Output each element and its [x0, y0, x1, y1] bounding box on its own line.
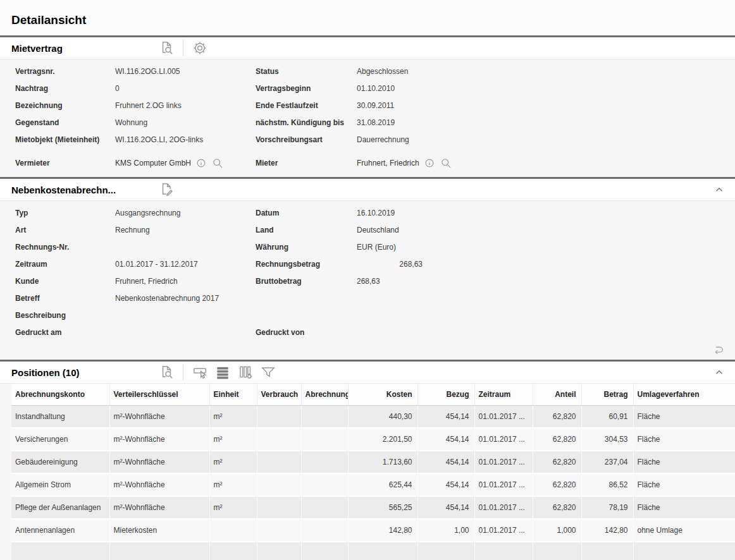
table-cell: m²-Wohnfläche [109, 473, 209, 496]
preview-document-icon[interactable] [158, 40, 175, 56]
field-value: 31.08.2019 [357, 118, 735, 127]
table-cell: Fläche [633, 496, 735, 519]
table-row[interactable]: Instandhaltungm²-Wohnflächem²440,30454,1… [11, 406, 735, 429]
table-cell [209, 542, 257, 560]
search-icon[interactable] [211, 157, 224, 169]
table-row[interactable]: Pflege der Außenanlagenm²-Wohnflächem²56… [11, 496, 735, 519]
filter-icon[interactable] [260, 364, 276, 380]
field-label: Vertragsbeginn [256, 84, 357, 93]
field-row: Vertragsnr.WI.116.2OG.LI.005 [0, 63, 240, 80]
table-cell: 62,820 [533, 451, 581, 473]
mieter-field: Mieter Fruhnert, Friedrich [240, 157, 735, 169]
section-mietvertrag: Mietvertrag Vertragsnr.WI.116.2OG.LI.005… [0, 35, 735, 177]
info-icon[interactable] [195, 157, 207, 169]
search-icon[interactable] [440, 157, 452, 169]
field-label: Rechnungsbetrag [256, 260, 357, 269]
table-cell: 78,19 [581, 496, 633, 519]
field-label: Beschreibung [15, 311, 115, 320]
field-row: Vertragsbeginn01.10.2010 [240, 80, 735, 97]
field-label: Status [256, 67, 357, 76]
field-value: 01.01.2017 - 31.12.2017 [115, 260, 240, 269]
table-row[interactable]: Gebäudereinigungm²-Wohnflächem²1.713,604… [11, 451, 735, 473]
edit-document-icon[interactable] [158, 181, 175, 198]
field-label: Gedruckt von [256, 328, 357, 337]
table-row-partial[interactable] [11, 542, 735, 560]
table-cell: 237,04 [581, 451, 633, 473]
column-header[interactable]: Bezug [417, 384, 474, 406]
field-label: nächstm. Kündigung bis [256, 118, 357, 127]
field-value: Nebenkostenabrechnung 2017 [115, 294, 240, 303]
column-header[interactable]: Abrechnungs... [301, 384, 348, 406]
page-title: Detailansicht [0, 0, 735, 35]
field-value: 268,63 [357, 277, 735, 286]
table-cell: Pflege der Außenanlagen [11, 496, 109, 519]
column-settings-icon[interactable] [237, 364, 254, 380]
mietvertrag-fields-right: StatusAbgeschlossenVertragsbeginn01.10.2… [240, 63, 735, 148]
column-header[interactable]: Abrechnungskonto [11, 384, 109, 406]
section-positionen: Positionen (10) AbrechnungskontoVerteile… [0, 360, 735, 560]
field-label: Kunde [15, 277, 115, 286]
table-cell: 86,52 [581, 473, 633, 496]
vermieter-value: KMS Computer GmbH [115, 159, 191, 167]
field-label: Gedruckt am [15, 328, 115, 337]
field-value: 30.09.2011 [357, 101, 735, 110]
column-header[interactable]: Kosten [348, 384, 417, 406]
column-header[interactable]: Zeitraum [474, 384, 533, 406]
preview-document-icon[interactable] [158, 364, 175, 380]
column-header[interactable]: Anteil [533, 384, 581, 406]
field-label: Bruttobetrag [256, 277, 357, 286]
table-cell: Fläche [633, 428, 735, 451]
column-header[interactable]: Verbrauch [257, 384, 301, 406]
table-cell: m²-Wohnfläche [109, 496, 209, 519]
table-row[interactable]: Allgemein Stromm²-Wohnflächem²625,44454,… [11, 473, 735, 496]
table-cell: 62,820 [533, 496, 581, 519]
undo-arrow-icon[interactable] [711, 342, 725, 356]
field-row: Gedruckt von [240, 324, 735, 341]
column-header[interactable]: Betrag [581, 384, 633, 406]
table-cell [417, 542, 474, 560]
column-header[interactable]: Verteilerschlüssel [109, 384, 209, 406]
column-header[interactable]: Einheit [209, 384, 257, 406]
table-cell: 62,820 [533, 473, 581, 496]
field-row: StatusAbgeschlossen [240, 63, 735, 80]
table-cell [348, 542, 417, 560]
field-label: Vorschreibungsart [256, 135, 357, 144]
field-row: Bruttobetrag268,63 [240, 272, 735, 289]
field-row [240, 289, 735, 307]
info-icon[interactable] [423, 157, 436, 169]
list-view-icon[interactable] [214, 364, 231, 380]
field-row: LandDeutschland [240, 221, 735, 238]
table-cell: 142,80 [348, 519, 417, 542]
table-cell: 454,14 [417, 406, 474, 429]
column-header[interactable]: Umlageverfahren [633, 384, 735, 406]
table-row[interactable]: AntennenanlagenMieterkosten142,801,0001.… [11, 519, 735, 542]
section-nebenkosten: Nebenkostenabrechn... TypAusgangsrechnun… [0, 177, 735, 360]
table-cell: m² [209, 496, 257, 519]
table-cell: 454,14 [417, 473, 474, 496]
table-cell [11, 542, 109, 560]
table-cell [301, 473, 348, 496]
table-cell [209, 519, 257, 542]
field-value: Ausgangsrechnung [115, 209, 240, 217]
field-value: WI.116.2OG.LI.005 [115, 67, 240, 76]
field-value: Wohnung [115, 118, 240, 127]
settings-gear-icon[interactable] [192, 40, 208, 56]
select-row-icon[interactable] [192, 364, 208, 380]
collapse-chevron-up-icon[interactable] [713, 367, 725, 378]
nebenkosten-toolbar [158, 181, 175, 198]
section-title-nebenkosten: Nebenkostenabrechn... [11, 185, 158, 195]
table-cell: 1.713,60 [348, 451, 417, 473]
field-label: Nachtrag [15, 84, 115, 93]
table-cell: Versicherungen [11, 428, 109, 451]
table-cell: Fläche [633, 406, 735, 429]
field-value: Abgeschlossen [357, 67, 735, 76]
table-row[interactable]: Versicherungenm²-Wohnflächem²2.201,50454… [11, 428, 735, 451]
table-cell: 60,91 [581, 406, 633, 429]
mieter-value: Fruhnert, Friedrich [357, 159, 419, 167]
table-cell: 01.01.2017 ... [474, 496, 533, 519]
collapse-chevron-up-icon[interactable] [713, 184, 725, 195]
table-cell [581, 542, 633, 560]
table-cell: m²-Wohnfläche [109, 406, 209, 429]
field-label: Bezeichnung [15, 101, 115, 110]
table-header-row: AbrechnungskontoVerteilerschlüsselEinhei… [11, 384, 735, 406]
